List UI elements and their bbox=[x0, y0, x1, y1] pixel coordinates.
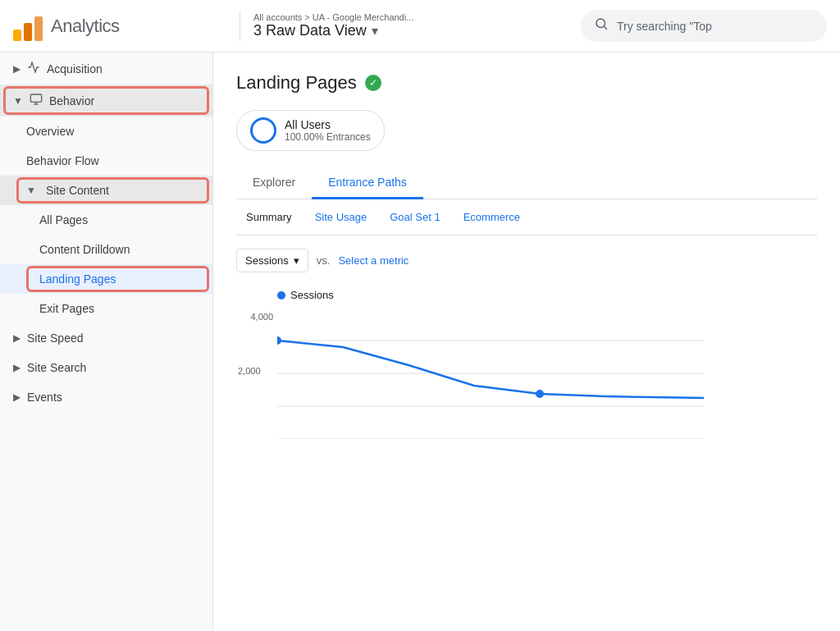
search-area[interactable]: Try searching "Top bbox=[581, 10, 827, 42]
behavior-icon bbox=[30, 93, 43, 108]
header-divider bbox=[240, 11, 240, 41]
acquisition-icon bbox=[27, 61, 40, 76]
logo-bar-2 bbox=[24, 23, 32, 41]
sidebar-item-behavior-flow[interactable]: Behavior Flow bbox=[0, 146, 212, 176]
tab-explorer[interactable]: Explorer bbox=[236, 167, 312, 199]
main-layout: ▶ Acquisition ▼ Behavior bbox=[0, 53, 840, 631]
account-info: All accounts > UA - Google Merchandi... … bbox=[253, 12, 413, 39]
top-header: Analytics All accounts > UA - Google Mer… bbox=[0, 0, 840, 53]
events-chevron: ▶ bbox=[13, 391, 21, 403]
breadcrumb: All accounts > UA - Google Merchandi... bbox=[253, 12, 413, 22]
chart-svg: 2,000 bbox=[277, 308, 704, 439]
vs-label: vs. bbox=[317, 254, 331, 267]
sub-tabs: Summary Site Usage Goal Set 1 Ecommerce bbox=[236, 199, 817, 235]
metric-dropdown[interactable]: Sessions ▾ bbox=[236, 249, 308, 272]
sidebar-item-content-drilldown[interactable]: Content Drilldown bbox=[0, 235, 212, 264]
segment-sub: 100.00% Entrances bbox=[285, 131, 371, 143]
sub-tab-ecommerce[interactable]: Ecommerce bbox=[454, 206, 530, 228]
y-axis: 4,000 bbox=[236, 312, 273, 322]
segment-info: All Users 100.00% Entrances bbox=[285, 118, 371, 143]
sub-tab-summary[interactable]: Summary bbox=[236, 206, 302, 228]
y-label-4000: 4,000 bbox=[250, 312, 273, 322]
svg-point-13 bbox=[277, 336, 281, 345]
verified-badge: ✓ bbox=[365, 75, 381, 91]
segment-pill[interactable]: All Users 100.00% Entrances bbox=[236, 110, 385, 151]
sidebar-item-site-content[interactable]: ▼ Site Content bbox=[0, 176, 212, 205]
segment-name: All Users bbox=[285, 118, 371, 131]
sidebar-item-exit-pages[interactable]: Exit Pages bbox=[0, 294, 212, 323]
sidebar-item-site-speed[interactable]: ▶ Site Speed bbox=[0, 323, 212, 353]
segment-row: All Users 100.00% Entrances bbox=[236, 110, 817, 151]
segment-circle bbox=[250, 117, 276, 144]
logo-bar-1 bbox=[13, 30, 21, 41]
sidebar-item-behavior[interactable]: ▼ Behavior bbox=[0, 85, 212, 117]
sidebar-item-all-pages[interactable]: All Pages bbox=[0, 205, 212, 235]
metric-dropdown-arrow: ▾ bbox=[294, 254, 299, 267]
search-placeholder: Try searching "Top bbox=[617, 20, 712, 33]
sidebar-item-overview[interactable]: Overview bbox=[0, 117, 212, 146]
behavior-section: ▼ Behavior bbox=[0, 85, 212, 117]
view-selector[interactable]: 3 Raw Data View ▾ bbox=[253, 22, 413, 39]
svg-point-0 bbox=[596, 19, 605, 28]
landing-pages-section: Landing Pages bbox=[0, 264, 212, 294]
analytics-logo bbox=[13, 11, 43, 41]
view-dropdown-arrow: ▾ bbox=[372, 23, 378, 39]
site-content-chevron: ▼ bbox=[26, 185, 36, 196]
select-metric-link[interactable]: Select a metric bbox=[338, 254, 409, 267]
sidebar-item-landing-pages[interactable]: Landing Pages bbox=[0, 264, 212, 294]
main-tabs: Explorer Entrance Paths bbox=[236, 167, 817, 199]
sidebar-item-acquisition[interactable]: ▶ Acquisition bbox=[0, 53, 212, 85]
sub-tab-goal-set[interactable]: Goal Set 1 bbox=[380, 206, 450, 228]
site-content-section: ▼ Site Content bbox=[0, 176, 212, 205]
analytics-title: Analytics bbox=[51, 16, 120, 37]
sidebar-item-site-search[interactable]: ▶ Site Search bbox=[0, 353, 212, 382]
page-title-row: Landing Pages ✓ bbox=[236, 72, 817, 94]
svg-rect-2 bbox=[30, 94, 41, 102]
search-icon bbox=[594, 16, 609, 35]
legend-dot bbox=[277, 291, 285, 299]
chart-container: Sessions 4,000 2,000 bbox=[236, 289, 817, 439]
sub-tab-site-usage[interactable]: Site Usage bbox=[305, 206, 377, 228]
chart-legend: Sessions bbox=[277, 289, 817, 301]
svg-line-1 bbox=[604, 26, 606, 29]
site-speed-chevron: ▶ bbox=[13, 332, 21, 344]
metric-row: Sessions ▾ vs. Select a metric bbox=[236, 249, 817, 272]
content-area: Landing Pages ✓ All Users 100.00% Entran… bbox=[213, 53, 840, 631]
page-title: Landing Pages bbox=[236, 72, 357, 94]
behavior-chevron: ▼ bbox=[13, 95, 23, 107]
site-search-chevron: ▶ bbox=[13, 362, 21, 373]
chart-y-label-2000: 2,000 bbox=[238, 366, 261, 376]
acquisition-chevron: ▶ bbox=[13, 63, 21, 75]
tab-entrance-paths[interactable]: Entrance Paths bbox=[312, 167, 423, 199]
sidebar-item-events[interactable]: ▶ Events bbox=[0, 382, 212, 412]
logo-bar-3 bbox=[34, 16, 43, 41]
sidebar: ▶ Acquisition ▼ Behavior bbox=[0, 53, 213, 631]
svg-point-14 bbox=[536, 390, 544, 398]
logo-area: Analytics bbox=[13, 11, 226, 41]
